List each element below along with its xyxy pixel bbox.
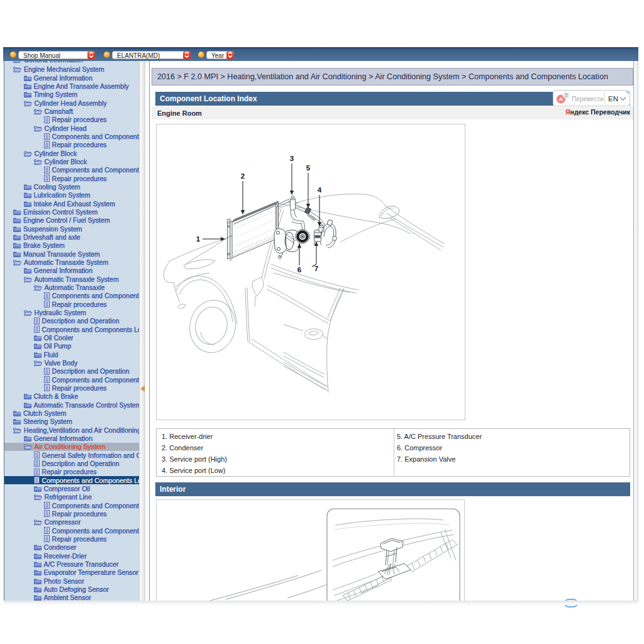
svg-text:1: 1 [196,235,201,243]
svg-text:7: 7 [314,265,318,272]
svg-text:A: A [559,96,564,103]
svg-text:3: 3 [290,155,294,162]
svg-text:4: 4 [318,186,322,194]
svg-text:文: 文 [564,92,569,98]
svg-text:6: 6 [297,266,301,274]
svg-text:Перевести: Перевести [572,96,604,103]
svg-text:5: 5 [306,164,311,172]
svg-text:2: 2 [241,172,245,180]
svg-text:EN: EN [608,95,618,103]
